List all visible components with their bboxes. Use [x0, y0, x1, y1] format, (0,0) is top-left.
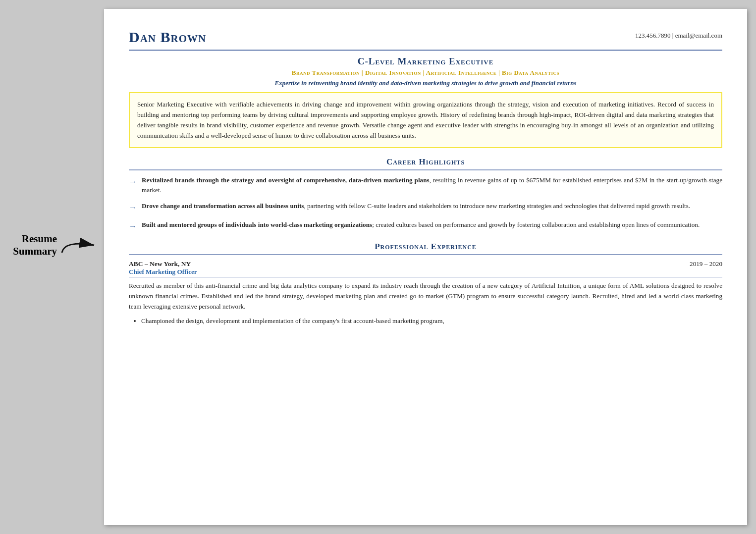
- highlight-text-1: Revitalized brands through the strategy …: [142, 175, 722, 196]
- list-item: Championed the design, development and i…: [141, 316, 722, 326]
- highlight-bold-3: Built and mentored groups of individuals…: [142, 221, 372, 228]
- experience-header: Professional Experience: [129, 242, 722, 252]
- summary-text: Senior Marketing Executive with verifiab…: [137, 101, 714, 139]
- highlight-rest-2: , partnering with fellow C-suite leaders…: [304, 202, 690, 210]
- company-name: ABC – New York, NY: [129, 260, 191, 268]
- specialties: Brand Transformation | Digital Innovatio…: [129, 69, 722, 77]
- job-entry: ABC – New York, NY 2019 – 2020: [129, 260, 722, 268]
- highlight-bold-1: Revitalized brands through the strategy …: [142, 176, 430, 184]
- arrow-bullet-icon: →: [129, 220, 137, 233]
- annotation-area: Resume Summary: [0, 0, 99, 534]
- resume-document: Dan Brown 123.456.7890 | email@email.com…: [104, 9, 747, 525]
- list-item: → Revitalized brands through the strateg…: [129, 175, 722, 196]
- summary-box: Senior Marketing Executive with verifiab…: [129, 92, 722, 148]
- contact-info: 123.456.7890 | email@email.com: [635, 29, 722, 40]
- career-highlights-title: Career Highlights: [129, 157, 722, 167]
- job-title: C-Level Marketing Executive: [129, 56, 722, 67]
- career-highlights-header: Career Highlights: [129, 157, 722, 167]
- experience-title: Professional Experience: [129, 242, 722, 252]
- title-section: C-Level Marketing Executive Brand Transf…: [129, 56, 722, 87]
- arrow-bullet-icon: →: [129, 176, 137, 188]
- resume-header: Dan Brown 123.456.7890 | email@email.com: [129, 29, 722, 51]
- highlights-list: → Revitalized brands through the strateg…: [129, 175, 722, 233]
- annotation-label: Resume Summary: [13, 233, 57, 258]
- annotation-arrow: [59, 235, 99, 255]
- job-description: Recruited as member of this anti-financi…: [129, 280, 722, 312]
- tagline: Expertise in reinventing brand identity …: [129, 79, 722, 87]
- highlight-rest-3: ; created cultures based on performance …: [372, 221, 700, 228]
- arrow-bullet-icon: →: [129, 202, 137, 214]
- career-highlights-divider: [129, 169, 722, 170]
- job-bullets: Championed the design, development and i…: [129, 316, 722, 326]
- list-item: → Built and mentored groups of individua…: [129, 220, 722, 233]
- job-role: Chief Marketing Officer: [129, 268, 722, 277]
- list-item: → Drove change and transformation across…: [129, 201, 722, 214]
- candidate-name: Dan Brown: [129, 29, 206, 46]
- job-dates: 2019 – 2020: [690, 260, 722, 268]
- highlight-bold-2: Drove change and transformation across a…: [142, 202, 304, 210]
- highlight-text-2: Drove change and transformation across a…: [142, 201, 690, 211]
- highlight-text-3: Built and mentored groups of individuals…: [142, 220, 700, 230]
- experience-divider: [129, 254, 722, 255]
